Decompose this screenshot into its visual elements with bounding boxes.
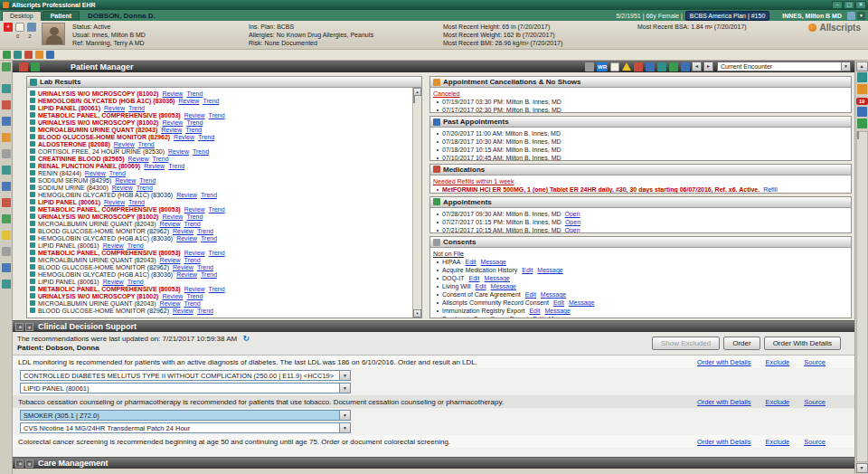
review-link[interactable]: Review — [104, 199, 125, 205]
trend-link[interactable]: Trend — [197, 228, 213, 234]
sidebar-nav-icon[interactable] — [2, 100, 11, 109]
trend-link[interactable]: Trend — [109, 170, 126, 176]
message-consent-link[interactable]: Message — [544, 307, 570, 315]
cds-select-dropdown[interactable]: CVS Nicotine 14 MG/24HR Transdermal Patc… — [20, 422, 351, 433]
tab-patient[interactable]: Patient — [42, 11, 80, 21]
source-link[interactable]: Source — [804, 438, 826, 446]
scrollbar-thumb[interactable] — [413, 95, 415, 103]
exclude-link[interactable]: Exclude — [766, 358, 790, 366]
inbox-icon[interactable] — [857, 84, 867, 94]
scroll-up-icon[interactable] — [856, 62, 868, 71]
edit-consent-link[interactable]: Edit — [469, 274, 480, 282]
trend-link[interactable]: Trend — [153, 156, 169, 162]
trend-link[interactable]: Trend — [168, 163, 184, 169]
chevron-down-icon[interactable] — [339, 411, 350, 420]
encounter-dropdown[interactable]: Current Encounter — [717, 62, 851, 71]
edit-consent-link[interactable]: Edit — [553, 299, 564, 307]
trend-link[interactable]: Trend — [186, 119, 203, 126]
previous-encounter-button[interactable] — [692, 62, 702, 71]
chevron-down-icon[interactable] — [857, 12, 865, 20]
trend-link[interactable]: Trend — [184, 221, 201, 227]
trend-link[interactable]: Trend — [209, 112, 225, 118]
edit-consent-link[interactable]: Edit — [529, 307, 540, 315]
trend-link[interactable]: Trend — [127, 242, 144, 249]
chevron-down-icon[interactable] — [339, 384, 350, 393]
globe-icon[interactable] — [681, 62, 690, 71]
emergency-icon[interactable] — [4, 23, 13, 32]
trend-link[interactable]: Trend — [138, 141, 155, 147]
review-link[interactable]: Review — [162, 213, 183, 220]
order-with-details-link[interactable]: Order with Details — [697, 398, 751, 406]
review-link[interactable]: Review — [144, 163, 165, 169]
trend-link[interactable]: Trend — [198, 134, 214, 140]
chart-summary-icon[interactable] — [31, 62, 40, 71]
trend-link[interactable]: Trend — [127, 279, 144, 285]
not-on-file-link[interactable]: Not on File — [433, 251, 464, 257]
review-link[interactable]: Review — [173, 308, 193, 314]
problems-icon[interactable] — [634, 62, 643, 71]
review-link[interactable]: Review — [162, 293, 183, 299]
open-appointment-link[interactable]: Open — [565, 210, 580, 218]
patient-photo-icon[interactable] — [27, 23, 36, 32]
alert-icon[interactable] — [622, 62, 631, 71]
review-link[interactable]: Review — [174, 134, 194, 140]
minimize-button[interactable] — [832, 1, 843, 9]
review-link[interactable]: Review — [128, 156, 149, 162]
message-consent-link[interactable]: Message — [485, 274, 510, 282]
refills-status-link[interactable]: Needed Refills within 1 week — [433, 178, 514, 185]
review-link[interactable]: Review — [115, 177, 136, 184]
trend-link[interactable]: Trend — [201, 235, 217, 242]
home-icon[interactable] — [3, 51, 11, 59]
trend-link[interactable]: Trend — [186, 293, 203, 299]
message-consent-link[interactable]: Message — [548, 315, 573, 318]
scrollbar-thumb[interactable] — [857, 131, 859, 139]
rx-icon[interactable] — [35, 51, 43, 59]
trend-link[interactable]: Trend — [137, 185, 153, 191]
next-encounter-button[interactable] — [703, 62, 713, 71]
sidebar-nav-icon[interactable] — [2, 214, 11, 223]
review-link[interactable]: Review — [173, 264, 193, 270]
message-consent-link[interactable]: Message — [481, 258, 506, 266]
trend-link[interactable]: Trend — [201, 192, 217, 198]
note-icon[interactable] — [610, 62, 619, 71]
trend-link[interactable]: Trend — [128, 105, 145, 111]
sidebar-nav-icon[interactable] — [2, 133, 11, 142]
review-link[interactable]: Review — [160, 221, 181, 227]
review-link[interactable]: Review — [103, 242, 124, 249]
review-link[interactable]: Review — [112, 185, 133, 191]
review-link[interactable]: Review — [161, 127, 182, 133]
tasks-icon[interactable] — [24, 51, 33, 59]
sidebar-nav-icon[interactable] — [2, 84, 11, 93]
maximize-button[interactable] — [844, 1, 854, 9]
message-consent-link[interactable]: Message — [491, 282, 516, 290]
review-link[interactable]: Review — [184, 286, 205, 292]
notification-badge[interactable]: 19 — [856, 98, 868, 105]
collapse-icon[interactable] — [15, 323, 24, 331]
expand-icon[interactable] — [25, 460, 33, 468]
exclude-link[interactable]: Exclude — [766, 398, 790, 406]
lab-results-scrollbar[interactable] — [412, 88, 421, 318]
message-consent-link[interactable]: Message — [569, 299, 594, 307]
results-icon[interactable] — [857, 107, 867, 117]
chart-icon[interactable] — [46, 51, 54, 59]
sidebar-nav-icon[interactable] — [2, 198, 11, 207]
review-link[interactable]: Review — [85, 170, 106, 176]
scroll-down-icon[interactable] — [856, 463, 868, 473]
message-consent-link[interactable]: Message — [537, 266, 562, 274]
show-excluded-button[interactable]: Show Excluded — [652, 337, 720, 350]
review-link[interactable]: Review — [173, 228, 193, 234]
tab-desktop[interactable]: Desktop — [2, 11, 42, 21]
edit-consent-link[interactable]: Edit — [476, 282, 486, 290]
users-icon[interactable] — [847, 12, 855, 20]
expand-icon[interactable] — [25, 323, 33, 331]
trend-link[interactable]: Trend — [193, 148, 209, 155]
schedule-icon[interactable] — [14, 51, 22, 59]
wr-badge[interactable]: WR — [597, 62, 608, 71]
review-link[interactable]: Review — [162, 119, 183, 126]
review-link[interactable]: Review — [184, 112, 205, 118]
printer-icon[interactable] — [585, 62, 594, 71]
edit-consent-link[interactable]: Edit — [466, 258, 476, 266]
sidebar-nav-icon[interactable] — [2, 231, 11, 240]
sidebar-nav-icon[interactable] — [2, 182, 11, 191]
open-appointment-link[interactable]: Open — [565, 218, 580, 226]
